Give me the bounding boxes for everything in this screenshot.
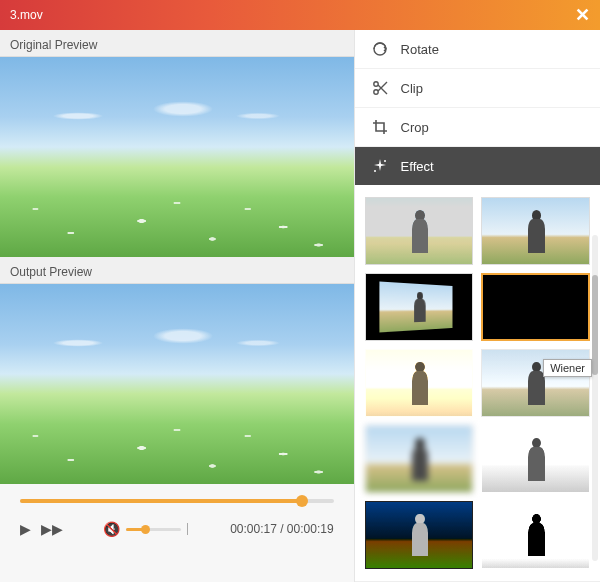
output-preview xyxy=(0,284,354,484)
playback-time: 00:00:17 / 00:00:19 xyxy=(230,522,333,536)
tool-crop[interactable]: Crop xyxy=(355,108,600,147)
playback-controls: ▶ ▶▶ 🔇 00:00:17 / 00:00:19 xyxy=(0,484,354,547)
original-preview-image xyxy=(0,57,354,257)
scissors-icon xyxy=(371,79,389,97)
effect-thumb-3[interactable] xyxy=(481,273,590,341)
seek-thumb[interactable] xyxy=(296,495,308,507)
original-preview-label: Original Preview xyxy=(0,30,354,57)
mute-icon[interactable]: 🔇 xyxy=(103,521,120,537)
svg-point-2 xyxy=(373,90,377,94)
effect-thumb-9[interactable] xyxy=(481,501,590,569)
original-preview xyxy=(0,57,354,257)
tool-clip-label: Clip xyxy=(401,81,423,96)
volume-thumb[interactable] xyxy=(141,525,150,534)
volume-slider[interactable] xyxy=(126,528,181,531)
seek-bar[interactable] xyxy=(20,499,334,503)
volume-max-tick xyxy=(187,523,188,535)
tool-rotate-label: Rotate xyxy=(401,42,439,57)
tool-effect[interactable]: Effect xyxy=(355,147,600,185)
tool-rotate[interactable]: Rotate xyxy=(355,30,600,69)
effects-container: Wiener xyxy=(355,185,600,581)
time-sep: / xyxy=(277,522,287,536)
effect-thumb-1[interactable] xyxy=(481,197,590,265)
tool-crop-label: Crop xyxy=(401,120,429,135)
effect-thumb-7[interactable] xyxy=(481,425,590,493)
titlebar: 3.mov ✕ xyxy=(0,0,600,30)
effect-tooltip: Wiener xyxy=(543,359,592,377)
effects-scrollbar[interactable] xyxy=(592,235,598,561)
tools-panel: Rotate Clip Crop Effect xyxy=(355,30,600,582)
effect-thumb-6[interactable] xyxy=(365,425,474,493)
time-current: 00:00:17 xyxy=(230,522,277,536)
fast-forward-icon[interactable]: ▶▶ xyxy=(41,521,63,537)
svg-point-4 xyxy=(374,170,376,172)
transport-row: ▶ ▶▶ 🔇 00:00:17 / 00:00:19 xyxy=(20,521,334,537)
svg-point-1 xyxy=(373,82,377,86)
play-icon[interactable]: ▶ xyxy=(20,521,31,537)
output-preview-label: Output Preview xyxy=(0,257,354,284)
volume-control: 🔇 xyxy=(103,521,188,537)
svg-point-3 xyxy=(384,160,386,162)
rotate-icon xyxy=(371,40,389,58)
seek-fill xyxy=(20,499,302,503)
tool-clip[interactable]: Clip xyxy=(355,69,600,108)
effect-thumb-4[interactable] xyxy=(365,349,474,417)
effects-scrollbar-thumb[interactable] xyxy=(592,275,598,375)
sparkle-icon xyxy=(371,157,389,175)
effects-grid xyxy=(355,185,600,581)
crop-icon xyxy=(371,118,389,136)
file-title: 3.mov xyxy=(10,8,43,22)
effect-thumb-0[interactable] xyxy=(365,197,474,265)
effect-thumb-2[interactable] xyxy=(365,273,474,341)
preview-panel: Original Preview Output Preview ▶ ▶▶ 🔇 xyxy=(0,30,355,582)
output-preview-image xyxy=(0,284,354,484)
close-icon[interactable]: ✕ xyxy=(575,4,590,26)
effect-thumb-8[interactable] xyxy=(365,501,474,569)
main-layout: Original Preview Output Preview ▶ ▶▶ 🔇 xyxy=(0,30,600,582)
tool-effect-label: Effect xyxy=(401,159,434,174)
time-total: 00:00:19 xyxy=(287,522,334,536)
